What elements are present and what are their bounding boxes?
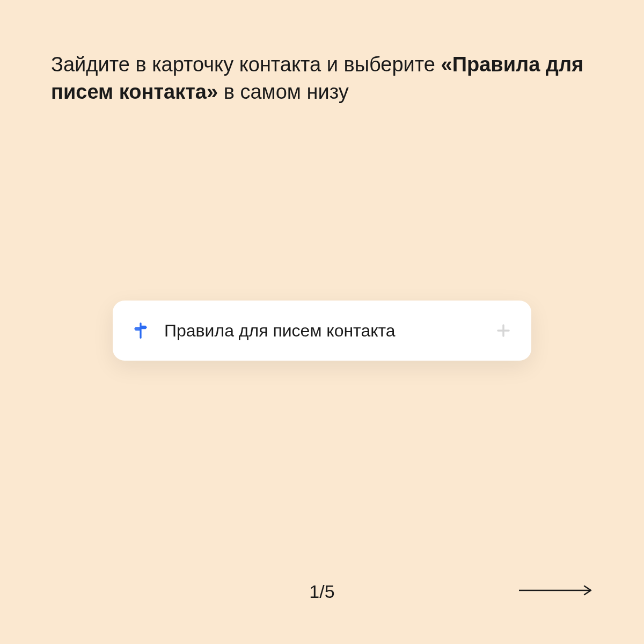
contact-rules-card[interactable]: Правила для писем контакта <box>113 301 531 361</box>
card-label: Правила для писем контакта <box>164 321 494 341</box>
page-total: 5 <box>325 581 335 602</box>
page-indicator: 1/5 <box>309 581 334 602</box>
page-separator: / <box>319 581 324 602</box>
plus-icon[interactable] <box>494 321 513 340</box>
instruction-text: Зайдите в карточку контакта и выберите «… <box>51 51 593 106</box>
next-arrow-button[interactable] <box>518 584 593 597</box>
instruction-after: в самом низу <box>218 80 349 103</box>
instruction-before: Зайдите в карточку контакта и выберите <box>51 53 441 76</box>
page-current: 1 <box>309 581 319 602</box>
signpost-icon <box>131 321 150 340</box>
